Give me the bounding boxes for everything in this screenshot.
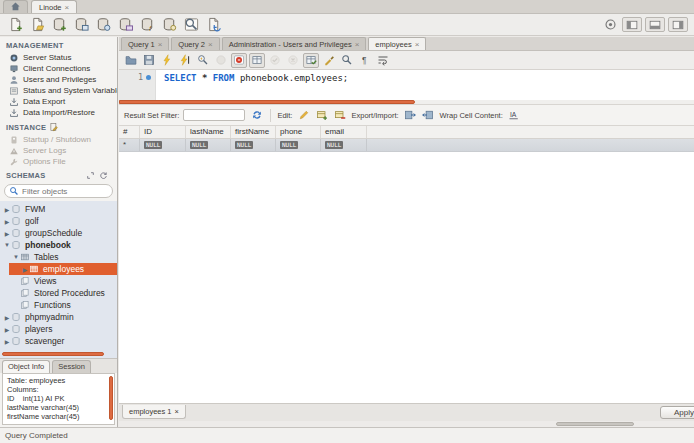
table-cell[interactable]: NULL — [186, 139, 231, 151]
chevron-right-icon[interactable]: ▶ — [3, 338, 11, 345]
result-filter-input[interactable] — [183, 109, 245, 121]
close-icon[interactable]: × — [415, 40, 420, 49]
wrap-text-icon[interactable] — [375, 53, 391, 68]
edit-record-icon[interactable] — [296, 108, 311, 122]
import-records-icon[interactable] — [421, 108, 436, 122]
tree-item-views[interactable]: Views — [0, 275, 117, 287]
refresh-icon[interactable] — [249, 108, 264, 122]
table-cell[interactable]: NULL — [231, 139, 276, 151]
new-procedure-icon[interactable] — [116, 16, 134, 34]
open-sql-script-icon[interactable] — [28, 16, 46, 34]
beautify-icon[interactable] — [321, 53, 337, 68]
close-icon[interactable]: × — [175, 407, 179, 416]
search-table-data-icon[interactable] — [182, 16, 200, 34]
apply-button[interactable]: Apply — [660, 406, 694, 419]
column-header-[interactable]: # — [119, 126, 140, 138]
chevron-right-icon[interactable]: ▶ — [3, 218, 11, 225]
table-cell[interactable]: NULL — [276, 139, 321, 151]
sidebar-item-server-status[interactable]: Server Status — [0, 52, 117, 63]
column-header-email[interactable]: email — [321, 126, 367, 138]
insert-row-icon[interactable] — [314, 108, 329, 122]
tree-item-phonebook[interactable]: ▼phonebook — [0, 239, 117, 251]
tree-horizontal-scrollbar[interactable] — [2, 352, 104, 356]
invisible-chars-icon[interactable]: ¶ — [357, 53, 373, 68]
explain-icon[interactable] — [195, 53, 211, 68]
editor-tab-employees[interactable]: employees× — [368, 37, 426, 50]
chevron-right-icon[interactable]: ▶ — [3, 206, 11, 213]
close-icon[interactable]: × — [65, 3, 70, 12]
sidebar-item-status-and-system-variables[interactable]: Status and System Variables — [0, 85, 117, 96]
column-header-phone[interactable]: phone — [276, 126, 321, 138]
chevron-right-icon[interactable]: ▶ — [3, 326, 11, 333]
sidebar-item-data-export[interactable]: Data Export — [0, 96, 117, 107]
delete-row-icon[interactable] — [332, 108, 347, 122]
sql-editor[interactable]: 1 SELECT * FROM phonebook.employees; — [119, 70, 694, 100]
tree-item-phpmyadmin[interactable]: ▶phpmyadmin — [0, 311, 117, 323]
tree-item-stored-procedures[interactable]: Stored Procedures — [0, 287, 117, 299]
editor-tab-query-1[interactable]: Query 1× — [121, 37, 169, 50]
column-header-id[interactable]: ID — [140, 126, 186, 138]
open-script-icon[interactable] — [123, 53, 139, 68]
table-cell[interactable]: * — [119, 139, 140, 151]
tree-item-golf[interactable]: ▶golf — [0, 215, 117, 227]
connection-status-icon[interactable] — [601, 16, 619, 34]
tree-item-tables[interactable]: ▼Tables — [0, 251, 117, 263]
tree-item-groupschedule[interactable]: ▶groupSchedule — [0, 227, 117, 239]
editor-tab-administration-users-and-privileges[interactable]: Administration - Users and Privileges× — [222, 37, 367, 50]
sidebar-item-client-connections[interactable]: Client Connections — [0, 63, 117, 74]
tree-item-employees[interactable]: ▶employees — [0, 263, 117, 275]
schema-filter-input[interactable] — [22, 187, 102, 196]
limit-rows-icon[interactable] — [249, 53, 265, 68]
new-view-icon[interactable] — [94, 16, 112, 34]
home-tab[interactable] — [3, 0, 28, 13]
new-query-tab-icon[interactable] — [6, 16, 24, 34]
result-scrollbar-thumb[interactable] — [556, 422, 634, 426]
export-recordset-icon[interactable] — [403, 108, 418, 122]
close-icon[interactable]: × — [158, 40, 163, 49]
toggle-right-sidebar-icon[interactable] — [668, 17, 688, 32]
toggle-bottom-panel-icon[interactable] — [645, 17, 665, 32]
new-table-icon[interactable] — [72, 16, 90, 34]
object-info-scrollbar[interactable] — [109, 376, 113, 420]
close-icon[interactable]: × — [208, 40, 213, 49]
execute-icon[interactable] — [159, 53, 175, 68]
tree-item-fwm[interactable]: ▶FWM — [0, 203, 117, 215]
new-function-icon[interactable]: f — [138, 16, 156, 34]
sidebar-item-users-and-privileges[interactable]: Users and Privileges — [0, 74, 117, 85]
chevron-right-icon[interactable]: ▶ — [21, 266, 29, 273]
chevron-down-icon[interactable]: ▼ — [12, 254, 20, 260]
object-tab-object-info[interactable]: Object Info — [2, 360, 50, 373]
save-script-icon[interactable] — [141, 53, 157, 68]
table-row[interactable]: *NULLNULLNULLNULLNULL — [119, 139, 694, 152]
toggle-left-sidebar-icon[interactable] — [622, 17, 642, 32]
wrap-content-icon[interactable]: IA — [507, 108, 522, 122]
connection-tab-linode[interactable]: Linode × — [31, 0, 77, 13]
find-icon[interactable] — [339, 53, 355, 68]
editor-scrollbar-thumb[interactable] — [119, 100, 415, 104]
toggle-stop-on-error-icon[interactable] — [231, 53, 247, 68]
table-cell[interactable]: NULL — [140, 139, 186, 151]
table-cell[interactable]: NULL — [321, 139, 367, 151]
chevron-right-icon[interactable]: ▶ — [3, 314, 11, 321]
expand-all-icon[interactable] — [86, 171, 95, 180]
autocommit-icon[interactable] — [303, 53, 319, 68]
chevron-right-icon[interactable]: ▶ — [3, 230, 11, 237]
tree-item-players[interactable]: ▶players — [0, 323, 117, 335]
reconnect-dbms-icon[interactable] — [204, 16, 222, 34]
object-tab-session[interactable]: Session — [52, 360, 91, 373]
new-schema-icon[interactable] — [50, 16, 68, 34]
close-icon[interactable]: × — [355, 40, 360, 49]
result-grid-empty-area[interactable] — [119, 152, 694, 403]
sql-statement[interactable]: SELECT * FROM phonebook.employees; — [156, 70, 348, 100]
chevron-down-icon[interactable]: ▼ — [3, 242, 11, 248]
column-header-lastname[interactable]: lastName — [186, 126, 231, 138]
tree-item-functions[interactable]: Functions — [0, 299, 117, 311]
tree-item-scavenger[interactable]: ▶scavenger — [0, 335, 117, 347]
editor-tab-query-2[interactable]: Query 2× — [171, 37, 219, 50]
sidebar-item-data-import-restore[interactable]: Data Import/Restore — [0, 107, 117, 118]
column-header-firstname[interactable]: firstName — [231, 126, 276, 138]
refresh-schemas-icon[interactable] — [99, 171, 108, 180]
result-tab-employees-1[interactable]: employees 1 × — [122, 405, 186, 419]
execute-current-icon[interactable] — [177, 53, 193, 68]
new-event-icon[interactable] — [160, 16, 178, 34]
